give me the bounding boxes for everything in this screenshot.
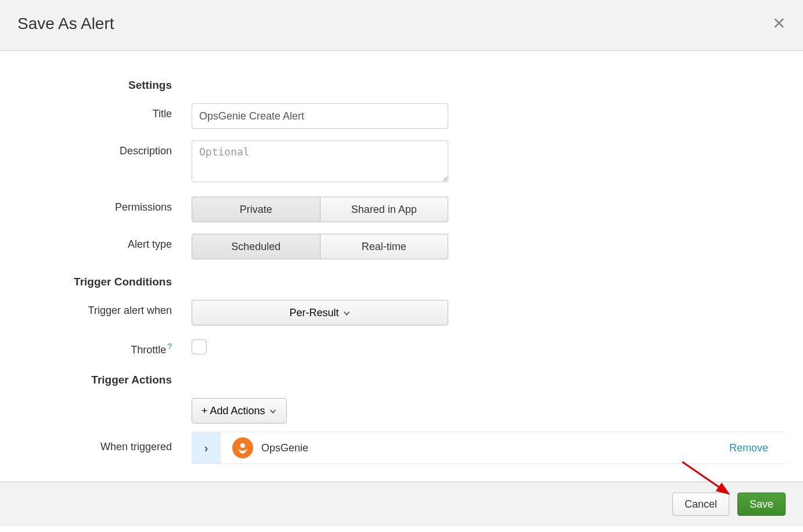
chevron-down-icon: [269, 405, 277, 417]
alert-type-label: Alert type: [17, 234, 192, 251]
cancel-button[interactable]: Cancel: [672, 493, 729, 516]
add-actions-label: + Add Actions: [201, 405, 265, 417]
dialog-footer: Cancel Save: [0, 482, 803, 526]
opsgenie-icon: [232, 437, 253, 458]
section-settings-label: Settings: [17, 74, 192, 92]
action-row: › OpsGenie Remove: [192, 432, 786, 464]
save-button[interactable]: Save: [737, 493, 786, 516]
alert-type-toggle: Scheduled Real-time: [192, 234, 448, 259]
permissions-toggle: Private Shared in App: [192, 197, 448, 222]
dialog-title: Save As Alert: [17, 15, 114, 33]
title-label: Title: [17, 103, 192, 120]
trigger-when-value: Per-Result: [289, 307, 339, 319]
action-remove-link[interactable]: Remove: [729, 442, 786, 454]
alert-type-realtime-button[interactable]: Real-time: [321, 234, 449, 259]
trigger-when-label: Trigger alert when: [17, 300, 192, 317]
throttle-checkbox[interactable]: [192, 339, 207, 354]
title-input[interactable]: [192, 103, 448, 129]
add-actions-dropdown[interactable]: + Add Actions: [192, 398, 287, 424]
action-expand-toggle[interactable]: ›: [192, 432, 221, 464]
dialog-header: Save As Alert ✕: [0, 0, 803, 51]
close-icon[interactable]: ✕: [772, 16, 786, 32]
permissions-private-button[interactable]: Private: [192, 197, 321, 222]
when-triggered-label: When triggered: [17, 441, 192, 453]
dialog-body: Settings Title Description Permissions P…: [0, 51, 803, 482]
permissions-label: Permissions: [17, 197, 192, 213]
svg-point-0: [240, 443, 245, 448]
throttle-label-wrap: Throttle?: [17, 337, 192, 356]
alert-type-scheduled-button[interactable]: Scheduled: [192, 234, 321, 259]
description-input[interactable]: [192, 140, 448, 182]
throttle-help-link[interactable]: ?: [167, 342, 172, 351]
section-trigger-actions-label: Trigger Actions: [17, 369, 192, 386]
permissions-shared-button[interactable]: Shared in App: [321, 197, 449, 222]
chevron-down-icon: [343, 307, 351, 319]
chevron-right-icon: ›: [204, 441, 208, 455]
throttle-label: Throttle: [131, 344, 166, 356]
trigger-when-dropdown[interactable]: Per-Result: [192, 300, 448, 325]
action-name: OpsGenie: [261, 442, 729, 454]
description-label: Description: [17, 140, 192, 157]
section-trigger-conditions-label: Trigger Conditions: [17, 271, 192, 288]
